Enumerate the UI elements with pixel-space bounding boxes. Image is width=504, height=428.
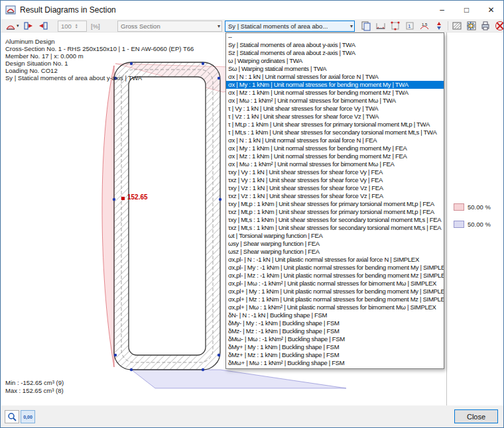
dropdown-item[interactable]: σx,pl- | N : -1 kN | Unit plastic normal… (226, 256, 444, 264)
minimize-button[interactable]: – (430, 1, 454, 19)
dropdown-item[interactable]: σx | Mω : 1 kNm² | Unit normal stresses … (226, 160, 444, 168)
dropdown-item[interactable]: σx,pl+ | Mω : 1 kNm² | Unit plastic norm… (226, 303, 444, 311)
exit-button[interactable] (493, 20, 504, 32)
info-line: Loading No. CO12 (5, 67, 194, 74)
dropdown-item[interactable]: τxz | Mt,p : 1 kNm | Unit shear stresses… (226, 208, 444, 216)
dropdown-item[interactable]: σx,pl- | My : -1 kNm | Unit plastic norm… (226, 264, 444, 272)
dropdown-item[interactable]: ωt | Torsional warping function | FEA (226, 232, 444, 240)
section-arrow-red-icon (23, 21, 34, 31)
dropdown-item[interactable]: τxy | Vz : 1 kN | Unit shear stresses fo… (226, 184, 444, 192)
section-select[interactable]: Gross Section ▾ (117, 21, 222, 32)
decimal-places-label: 0,00 (23, 415, 32, 419)
dropdown-item[interactable]: σx | Mω : 1 kNm² | Unit normal stresses … (226, 97, 444, 105)
dropdown-item[interactable]: -- (226, 33, 444, 41)
zoom-unit-label: [%] (91, 23, 100, 30)
dropdown-item[interactable]: τxy | Mt,p : 1 kNm | Unit shear stresses… (226, 200, 444, 208)
dropdown-item[interactable]: Sy | Statical moments of area about y-ax… (226, 41, 444, 49)
hatching-icon (452, 21, 462, 31)
result-diagram-icon (5, 21, 16, 31)
element-numbers-icon: 1 (405, 21, 415, 31)
copy-diagram-button[interactable] (359, 20, 373, 32)
stress-points-button[interactable] (388, 20, 403, 32)
svg-text:1.5: 1.5 (422, 23, 428, 27)
dropdown-item[interactable]: δN- | N : -1 kN | Buckling shape | FSM (226, 311, 444, 319)
dropdown-item[interactable]: τxz | Vz : 1 kN | Unit shear stresses fo… (226, 192, 444, 200)
close-button[interactable]: Close (454, 409, 498, 423)
legend-panel: 50.00 % 50.00 % (446, 32, 504, 406)
result-diagram-negative-bottom (131, 370, 346, 388)
dropdown-item[interactable]: δMω+ | Mω : 1 kNm² | Buckling shape | FS… (226, 359, 444, 367)
dropdown-item[interactable]: τxz | Mt,s : 1 kNm | Unit shear stresses… (226, 224, 444, 232)
max-min-values-icon (434, 21, 444, 31)
copy-diagram-icon (361, 21, 371, 31)
dropdown-item[interactable]: σx,pl- | Mz : -1 kNm | Unit plastic norm… (226, 272, 444, 280)
close-window-button[interactable]: ✕ (479, 1, 503, 19)
dropdown-item[interactable]: σx | Mz : 1 kNm | Unit normal stresses f… (226, 152, 444, 160)
element-numbers-button[interactable]: 1 (403, 20, 417, 32)
marker-value-label: 152.65 (127, 193, 148, 201)
dropdown-item[interactable]: τ | Mt,s : 1 kNm | Unit shear stresses f… (226, 129, 444, 136)
dropdown-item[interactable]: σx | Mz : 1 kNm | Unit normal stresses f… (226, 89, 444, 97)
dropdown-item[interactable]: Sz | Statical moments of area about z-ax… (226, 49, 444, 57)
max-min-values-button[interactable] (432, 20, 446, 32)
result-diagram-type-button[interactable]: ▾ (3, 20, 21, 32)
toolbar-separator (448, 21, 448, 30)
dropdown-item[interactable]: σx,pl+ | Mz : 1 kNm | Unit plastic norma… (226, 295, 444, 303)
dropdown-item[interactable]: ω | Warping ordinates | TWA (226, 57, 444, 65)
magnifier-icon (7, 412, 17, 421)
dimension-lines-button[interactable] (373, 20, 388, 32)
dropdown-item[interactable]: σx,pl- | Mω : -1 kNm² | Unit plastic nor… (226, 280, 444, 288)
dimension-lines-icon (375, 21, 386, 31)
dropdown-item[interactable]: δMy- | My : -1 kNm | Buckling shape | FS… (226, 319, 444, 327)
previous-result-button[interactable] (21, 20, 36, 32)
dropdown-item[interactable]: τxy | Vy : 1 kN | Unit shear stresses fo… (226, 168, 444, 176)
dropdown-item[interactable]: σx | N : 1 kN | Unit normal stresses for… (226, 73, 444, 81)
legend-swatch-positive (454, 203, 464, 211)
dropdown-item[interactable]: δMy+ | My : 1 kNm | Buckling shape | FSM (226, 343, 444, 351)
dropdown-item[interactable]: τxz | Vy : 1 kN | Unit shear stresses fo… (226, 176, 444, 184)
dropdown-item[interactable]: ωsy | Shear warping function | FEA (226, 240, 444, 248)
dropdown-item[interactable]: δMz+ | Mz : 1 kNm | Buckling shape | FSM (226, 351, 444, 359)
dropdown-item[interactable]: τ | Vz : 1 kN | Unit shear stresses for … (226, 113, 444, 121)
zoom-spinner[interactable]: 100 ▲▼ (58, 21, 87, 32)
hatching-button[interactable] (450, 20, 464, 32)
maximize-icon: □ (464, 5, 469, 15)
zoom-tool-button[interactable] (5, 410, 19, 423)
svg-text:1: 1 (408, 23, 411, 29)
max-value-text: Max : 152.65 cm³ (8) (5, 387, 64, 395)
maximize-button[interactable]: □ (454, 1, 479, 19)
settings-button[interactable] (464, 20, 478, 32)
spinner-arrows-icon[interactable]: ▲▼ (75, 23, 78, 28)
canvas-area: Aluminum DesignCross-Section No. 1 - RHS… (1, 32, 504, 406)
min-value-text: Min : -152.65 cm³ (9) (5, 379, 64, 387)
section-select-value: Gross Section (121, 23, 160, 30)
decimal-places-button[interactable]: 0,00 (21, 410, 35, 423)
dropdown-item[interactable]: σx | My : 1 kNm | Unit normal stresses f… (226, 81, 444, 89)
dropdown-item[interactable]: ωsz | Shear warping function | FEA (226, 248, 444, 256)
result-diagrams-window: Result Diagrams in Section – □ ✕ ▾ (0, 0, 504, 428)
dropdown-item[interactable]: τ | Vy : 1 kN | Unit shear stresses for … (226, 105, 444, 113)
info-line: Design Situation No. 1 (5, 60, 194, 67)
dropdown-item[interactable]: τ | Mt,p : 1 kNm | Unit shear stresses f… (226, 121, 444, 129)
dropdown-item[interactable]: Sω | Warping statical moments | TWA (226, 65, 444, 73)
show-values-button[interactable]: 1.5 (417, 20, 432, 32)
dropdown-item[interactable]: δMω- | Mω : -1 kNm² | Buckling shape | F… (226, 335, 444, 343)
result-type-select[interactable]: Sy | Statical moments of area abo... ▾ (225, 21, 355, 32)
max-value-marker (121, 197, 125, 200)
info-line: Sy | Statical moments of area about y-ax… (5, 74, 194, 81)
info-line: Member No. 17 | x: 0.000 m (5, 52, 194, 60)
info-block: Aluminum DesignCross-Section No. 1 - RHS… (5, 38, 194, 81)
next-result-button[interactable] (36, 20, 50, 32)
info-line: Cross-Section No. 1 - RHS 250x150x10 | 1… (5, 45, 194, 52)
legend-item-positive: 50.00 % (454, 203, 491, 211)
dropdown-item[interactable]: τxy | Mt,s : 1 kNm | Unit shear stresses… (226, 216, 444, 224)
close-icon: ✕ (487, 5, 494, 15)
dropdown-item[interactable]: σx,pl+ | My : 1 kNm | Unit plastic norma… (226, 288, 444, 295)
titlebar[interactable]: Result Diagrams in Section – □ ✕ (1, 1, 503, 19)
legend-item-negative: 50.00 % (454, 221, 491, 228)
dropdown-item[interactable]: σx | My : 1 kNm | Unit normal stresses f… (226, 144, 444, 152)
section-arrow-blue-icon (38, 21, 48, 31)
print-button[interactable] (478, 20, 493, 32)
dropdown-item[interactable]: δMz- | Mz : -1 kNm | Buckling shape | FS… (226, 327, 444, 335)
dropdown-item[interactable]: σx | N : 1 kN | Unit normal stresses for… (226, 136, 444, 144)
